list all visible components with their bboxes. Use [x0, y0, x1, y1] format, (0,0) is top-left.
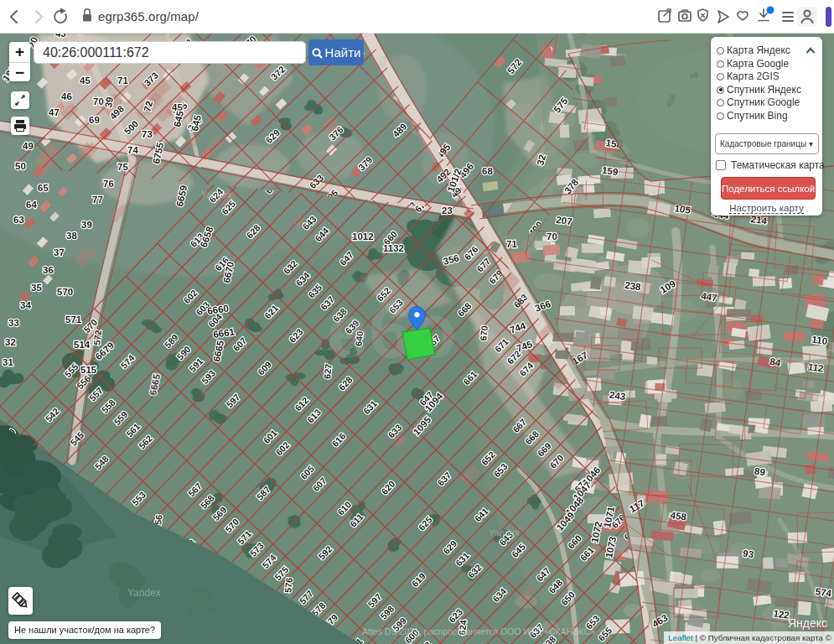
svg-text:Яндекс: Яндекс	[788, 616, 827, 630]
svg-text:64: 64	[26, 200, 37, 210]
svg-text:34: 34	[20, 300, 31, 310]
svg-text:571: 571	[65, 314, 82, 325]
svg-text:Yandex: Yandex	[489, 527, 520, 538]
svg-text:68: 68	[482, 166, 493, 176]
svg-text:е6о: е6о	[327, 289, 457, 373]
svg-text:38: 38	[66, 231, 77, 241]
svg-text:93: 93	[743, 548, 754, 560]
svg-text:515: 515	[80, 365, 97, 375]
svg-text:33: 33	[8, 318, 19, 328]
svg-text:71: 71	[506, 239, 517, 249]
svg-text:70: 70	[547, 231, 557, 242]
svg-text:49: 49	[23, 141, 34, 151]
svg-text:Yandex: Yandex	[201, 190, 232, 200]
svg-text:23: 23	[442, 205, 453, 216]
svg-text:73: 73	[142, 129, 153, 139]
svg-text:76: 76	[103, 179, 114, 189]
svg-text:110: 110	[811, 335, 828, 346]
svg-text:45: 45	[80, 75, 91, 86]
svg-text:Yandex: Yandex	[127, 587, 161, 599]
svg-text:77: 77	[92, 195, 103, 205]
svg-text:46: 46	[61, 91, 72, 101]
svg-text:47: 47	[49, 107, 60, 117]
svg-text:39: 39	[103, 96, 115, 109]
svg-text:570: 570	[57, 287, 73, 297]
svg-text:74: 74	[127, 145, 138, 155]
svg-text:37: 37	[54, 247, 65, 257]
svg-text:31: 31	[3, 357, 13, 367]
svg-text:50: 50	[15, 161, 26, 171]
svg-text:65: 65	[38, 183, 49, 193]
svg-text:1012: 1012	[352, 231, 374, 242]
svg-text:670: 670	[478, 325, 490, 341]
svg-text:112: 112	[807, 361, 824, 373]
svg-text:63: 63	[13, 215, 24, 225]
svg-text:75: 75	[117, 162, 128, 172]
svg-text:Attes DS 2021, распространяетс: Attes DS 2021, распространяется ООО ИТЦ …	[362, 626, 595, 636]
svg-text:1132: 1132	[383, 243, 404, 253]
svg-text:71: 71	[117, 75, 128, 86]
svg-text:39: 39	[81, 220, 92, 230]
svg-text:514: 514	[74, 340, 91, 350]
svg-text:89: 89	[754, 466, 765, 478]
svg-text:576: 576	[282, 577, 294, 593]
svg-text:36: 36	[43, 265, 54, 275]
svg-text:70: 70	[93, 96, 104, 106]
svg-text:69: 69	[89, 115, 100, 125]
svg-text:35: 35	[31, 283, 42, 293]
svg-text:32: 32	[5, 337, 16, 347]
